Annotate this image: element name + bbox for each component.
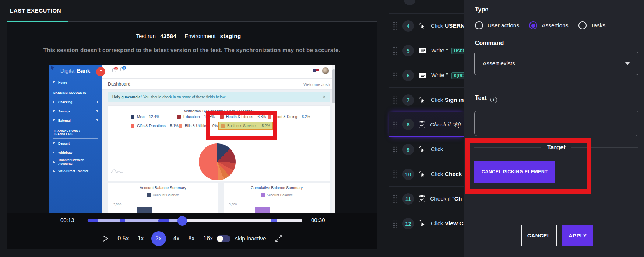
legend-item: Gifts & Donations5.1%: [131, 124, 179, 128]
type-radio-tasks[interactable]: Tasks: [578, 21, 606, 29]
drag-handle-icon[interactable]: [392, 195, 397, 203]
bank-alert: Holy guacamole! You should check in on s…: [108, 92, 330, 102]
axis-tick-label: 3,500: [229, 202, 237, 206]
drag-handle-icon[interactable]: [392, 145, 397, 154]
cancel-button[interactable]: CANCEL: [521, 225, 557, 246]
bank-titlebar: Dashboard Welcome Josh: [102, 79, 335, 90]
step-row-10[interactable]: 10Click Check: [389, 162, 464, 186]
info-icon[interactable]: i: [490, 97, 497, 103]
progress-marker: [158, 219, 169, 222]
drag-handle-icon[interactable]: [392, 120, 397, 129]
legend-label: Food & Dining: [274, 115, 297, 119]
drag-handle-icon[interactable]: [392, 22, 397, 30]
step-number: 12: [402, 218, 414, 229]
target-highlight-rectangle: [465, 138, 591, 194]
summary-card: Cumulative Balance SummaryAccount Balanc…: [224, 183, 330, 213]
bullet-icon: [53, 142, 55, 144]
step-number: 10: [402, 169, 414, 180]
legend-item: Misc12.4%: [131, 115, 159, 119]
bullet-icon: [53, 101, 55, 103]
radio-icon: [475, 21, 483, 29]
sidebar-item-label: Withdraw: [58, 151, 72, 154]
step-row-11[interactable]: 11Check if "Ch: [389, 186, 464, 211]
step-label: Click USERN: [431, 22, 464, 29]
legend-label: Education: [183, 115, 200, 119]
step-number: 9: [402, 144, 414, 155]
type-radio-user-actions[interactable]: User actions: [475, 21, 519, 29]
legend-value: 12.4%: [149, 115, 159, 119]
legend-value: 5.1%: [170, 124, 179, 128]
speed-16x[interactable]: 16x: [203, 235, 213, 242]
sidebar-item-label: External: [58, 119, 71, 122]
apply-button[interactable]: APPLY: [562, 225, 593, 246]
bank-nav: HomeBANKING ACCOUNTSCheckingSavingsExter…: [53, 78, 98, 176]
summary-card-legend: Account Balance: [224, 193, 330, 197]
test-run-meta: Test run 43584 Environment staging: [7, 33, 377, 39]
step-row-4[interactable]: 4Click USERN: [389, 13, 464, 38]
bullet-icon: [53, 119, 55, 121]
step-row-7[interactable]: 7Click Sign in: [389, 87, 464, 112]
row-divider: [389, 236, 464, 236]
legend-label: Misc: [137, 115, 145, 119]
sidebar-item-label: Deposit: [58, 142, 70, 145]
keyboard-icon: [419, 73, 426, 78]
trailing-square-icon: [96, 101, 98, 103]
test-run-label: Test run: [136, 33, 155, 39]
progress-marker: [88, 219, 98, 222]
radio-label: Assertions: [542, 22, 568, 29]
step-label: Check if "${L: [430, 121, 462, 128]
speed-4x[interactable]: 4x: [173, 235, 180, 242]
play-icon[interactable]: [102, 235, 109, 242]
elapsed-time: 00:13: [60, 217, 74, 223]
chart-bar: [137, 207, 152, 213]
speed-0.5x[interactable]: 0.5x: [117, 235, 129, 242]
trailing-square-icon: [96, 119, 98, 121]
drag-handle-icon[interactable]: [392, 219, 397, 228]
picked-element-highlight-rectangle: [206, 111, 277, 140]
step-label: Check if "Ch: [430, 195, 462, 202]
step-label: Click: [431, 146, 443, 153]
step-row-8[interactable]: 8Check if "${L: [389, 112, 464, 137]
drag-handle-icon[interactable]: [392, 96, 397, 104]
skip-inactive-toggle[interactable]: [217, 235, 230, 242]
summary-card-title: Cumulative Balance Summary: [224, 185, 330, 190]
progress-bar[interactable]: [88, 219, 302, 222]
environment-value: staging: [220, 33, 241, 39]
step-row-6[interactable]: 6Write " ${RE: [389, 63, 464, 87]
assertion-text-input[interactable]: [474, 111, 638, 136]
progress-handle[interactable]: [177, 216, 187, 226]
step-row-9[interactable]: 9Click: [389, 137, 464, 162]
test-run-value: 43584: [160, 33, 176, 39]
legend-swatch: [261, 193, 265, 197]
drag-handle-icon[interactable]: [392, 71, 397, 80]
tab-active-underline: [7, 21, 68, 22]
trailing-square-icon: [96, 110, 98, 112]
legend-swatch: [147, 193, 151, 197]
drag-handle-icon[interactable]: [392, 170, 397, 178]
fullscreen-icon[interactable]: [275, 235, 282, 242]
total-duration: 00:30: [311, 217, 325, 223]
step-number: 6: [402, 70, 414, 81]
video-frame[interactable]: DigitalBank HomeBANKING ACCOUNTSChecking…: [49, 65, 335, 213]
chevron-down-icon: [625, 62, 630, 65]
alert-text: You should check in on some of those fie…: [143, 95, 226, 99]
radio-label: Tasks: [591, 22, 606, 29]
type-radio-assertions[interactable]: Assertions: [529, 21, 568, 29]
sidebar-item-label: Home: [58, 81, 67, 84]
speed-2x[interactable]: 2x: [151, 231, 166, 246]
command-select[interactable]: Assert exists: [474, 52, 638, 75]
legend-swatch: [179, 124, 182, 128]
app-root: LAST EXECUTION Test run 43584 Environmen…: [0, 0, 644, 257]
step-row-5[interactable]: 5Write " USER: [389, 38, 464, 63]
step-label: Click Check: [431, 171, 462, 177]
summary-card-legend: Account Balance: [108, 193, 218, 197]
bank-sidebar: DigitalBank HomeBANKING ACCOUNTSChecking…: [49, 65, 102, 213]
step-label: Write " ${RE: [431, 72, 464, 79]
radio-label: User actions: [488, 22, 519, 29]
step-label: Click View C: [431, 220, 463, 227]
speed-1x[interactable]: 1x: [138, 235, 144, 242]
drag-handle-icon[interactable]: [392, 46, 397, 55]
tab-last-execution[interactable]: LAST EXECUTION: [10, 7, 61, 14]
speed-8x[interactable]: 8x: [188, 235, 194, 242]
step-row-12[interactable]: 12Click View C: [389, 211, 464, 236]
